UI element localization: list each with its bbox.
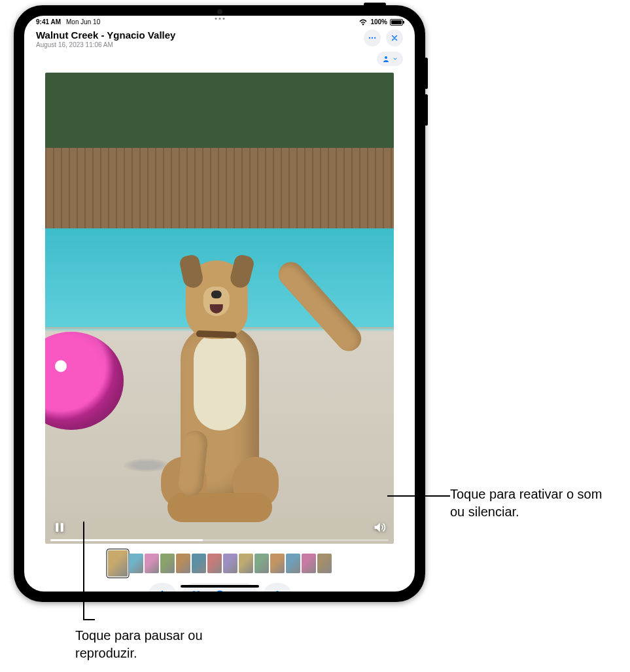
video-progress-fill [50, 539, 203, 541]
status-time: 9:41 AM [36, 18, 61, 26]
power-hardware-button [364, 3, 386, 6]
video-content[interactable] [45, 73, 394, 544]
thumbnail-item[interactable] [192, 554, 206, 573]
svg-point-2 [374, 37, 376, 39]
svg-rect-4 [56, 523, 58, 531]
wifi-icon [359, 19, 368, 26]
thumbnail-item[interactable] [176, 554, 190, 573]
screen: 9:41 AM Mon Jun 10 100% Walnut Creek - Y… [24, 16, 415, 592]
people-pets-button[interactable] [377, 52, 403, 66]
thumbnail-item[interactable] [108, 550, 128, 576]
volume-down-hardware-button [425, 94, 428, 126]
svg-rect-5 [61, 523, 63, 531]
more-options-button[interactable] [364, 29, 381, 46]
thumbnail-item[interactable] [254, 554, 269, 573]
photo-location-title: Walnut Creek - Ygnacio Valley [36, 29, 175, 41]
status-date: Mon Jun 10 [66, 18, 100, 26]
thumbnail-item[interactable] [129, 554, 143, 573]
battery-icon [390, 19, 403, 26]
home-indicator[interactable] [181, 585, 259, 588]
video-overlay-controls [45, 514, 394, 544]
thumbnail-item[interactable] [317, 554, 332, 573]
photo-viewer [24, 70, 415, 592]
thumbnail-item[interactable] [223, 554, 237, 573]
thumbnail-item[interactable] [270, 554, 285, 573]
ipad-device-frame: 9:41 AM Mon Jun 10 100% Walnut Creek - Y… [14, 5, 425, 602]
volume-up-hardware-button [425, 58, 428, 89]
mute-unmute-button[interactable] [370, 518, 389, 537]
svg-point-1 [372, 37, 373, 39]
callout-line-playpause [83, 522, 84, 620]
callout-playpause: Toque para pausar ou reproduzir. [75, 627, 245, 662]
thumbnail-item[interactable] [302, 554, 316, 573]
share-button[interactable] [150, 586, 174, 592]
callout-line-playpause-h [83, 619, 95, 620]
close-button[interactable] [386, 29, 403, 46]
front-camera-dot [217, 9, 222, 14]
callout-mute: Toque para reativar o som ou silenciar. [450, 486, 620, 521]
photo-pool-float [45, 332, 124, 430]
thumbnail-item[interactable] [160, 554, 175, 573]
delete-button[interactable] [266, 586, 289, 592]
photo-datetime-subtitle: August 16, 2023 11:06 AM [36, 41, 175, 48]
battery-percent: 100% [370, 18, 387, 26]
thumbnail-item[interactable] [239, 554, 253, 573]
multitask-dots-icon[interactable] [215, 18, 224, 20]
photo-header: Walnut Creek - Ygnacio Valley August 16,… [24, 26, 415, 70]
svg-point-6 [215, 591, 224, 592]
video-scrubber[interactable] [50, 539, 389, 541]
thumbnail-strip[interactable] [45, 550, 394, 576]
play-pause-button[interactable] [50, 518, 69, 537]
svg-point-0 [369, 37, 370, 39]
photo-dog-subject [154, 195, 285, 535]
svg-point-3 [385, 56, 387, 59]
callout-line-mute [387, 495, 450, 497]
thumbnail-item[interactable] [145, 554, 159, 573]
thumbnail-item[interactable] [286, 554, 300, 573]
thumbnail-item[interactable] [207, 554, 222, 573]
